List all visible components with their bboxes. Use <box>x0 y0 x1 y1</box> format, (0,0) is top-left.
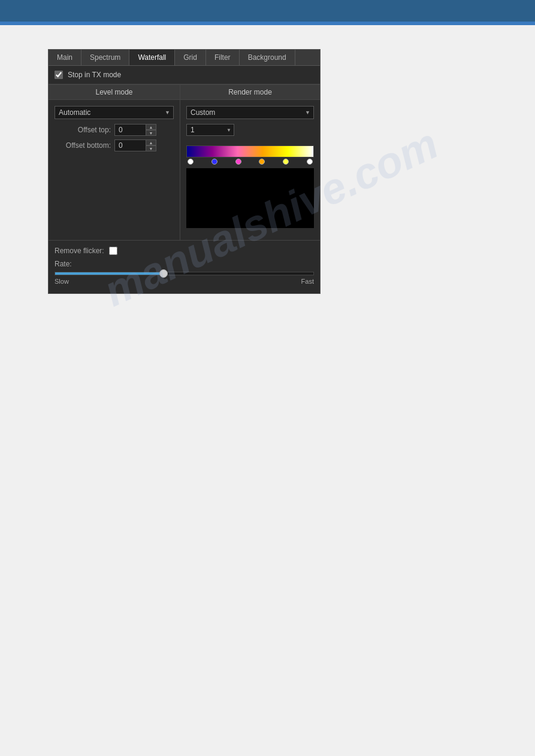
color-stop-1[interactable] <box>211 159 217 165</box>
right-panel: Render mode Custom Horizontal Vertical <box>180 85 320 240</box>
remove-flicker-label: Remove flicker: <box>55 247 104 255</box>
tab-grid[interactable]: Grid <box>175 50 206 65</box>
color-stop-0[interactable] <box>188 159 194 165</box>
slow-label: Slow <box>55 278 69 285</box>
level-mode-title: Level mode <box>49 85 180 100</box>
palette-select-wrapper: 1 2 3 <box>186 124 234 136</box>
left-panel: Level mode Automatic Manual Offset top: <box>49 85 180 240</box>
slider-fill <box>55 272 164 275</box>
rate-label: Rate: <box>55 260 314 268</box>
panels: Level mode Automatic Manual Offset top: <box>49 84 320 240</box>
tab-background[interactable]: Background <box>240 50 295 65</box>
offset-top-up[interactable]: ▲ <box>146 124 156 130</box>
offset-bottom-label: Offset bottom: <box>55 141 114 150</box>
offset-bottom-up[interactable]: ▲ <box>146 139 156 145</box>
offset-bottom-down[interactable]: ▼ <box>146 145 156 151</box>
render-mode-title: Render mode <box>180 85 320 100</box>
level-mode-select[interactable]: Automatic Manual <box>55 106 174 119</box>
tabs-bar: Main Spectrum Waterfall Grid Filter Back… <box>49 50 320 66</box>
offset-top-row: Offset top: ▲ ▼ <box>55 124 174 136</box>
remove-flicker-row: Remove flicker: <box>55 247 314 255</box>
palette-select[interactable]: 1 2 3 <box>186 124 234 136</box>
render-mode-dropdown-row: Custom Horizontal Vertical <box>186 106 314 119</box>
color-stop-2[interactable] <box>235 159 241 165</box>
slider-thumb[interactable] <box>159 269 168 278</box>
fast-label: Fast <box>301 278 314 285</box>
gradient-bar <box>186 145 314 157</box>
slider-container: Slow Fast <box>55 272 314 285</box>
gradient-bar-container <box>186 145 314 165</box>
bottom-panel: Remove flicker: Rate: Slow Fast <box>49 240 320 293</box>
tab-waterfall[interactable]: Waterfall <box>129 50 175 65</box>
stop-tx-checkbox[interactable] <box>55 71 63 79</box>
tab-main[interactable]: Main <box>49 50 81 65</box>
tab-spectrum[interactable]: Spectrum <box>81 50 129 65</box>
color-stops <box>186 159 314 165</box>
color-stop-4[interactable] <box>283 159 289 165</box>
offset-bottom-row: Offset bottom: ▲ ▼ <box>55 139 174 151</box>
slider-labels: Slow Fast <box>55 278 314 285</box>
color-stop-3[interactable] <box>259 159 265 165</box>
top-bar <box>0 0 535 22</box>
render-mode-select[interactable]: Custom Horizontal Vertical <box>186 106 314 119</box>
stop-tx-label: Stop in TX mode <box>68 71 121 79</box>
render-black-area <box>186 168 314 228</box>
stop-tx-row: Stop in TX mode <box>49 66 320 84</box>
remove-flicker-checkbox[interactable] <box>109 247 117 255</box>
color-stop-5[interactable] <box>307 159 313 165</box>
tab-filter[interactable]: Filter <box>206 50 240 65</box>
level-mode-dropdown-row: Automatic Manual <box>55 106 174 119</box>
offset-top-label: Offset top: <box>55 126 114 134</box>
offset-top-down[interactable]: ▼ <box>146 130 156 136</box>
dialog-box: Main Spectrum Waterfall Grid Filter Back… <box>48 49 321 294</box>
